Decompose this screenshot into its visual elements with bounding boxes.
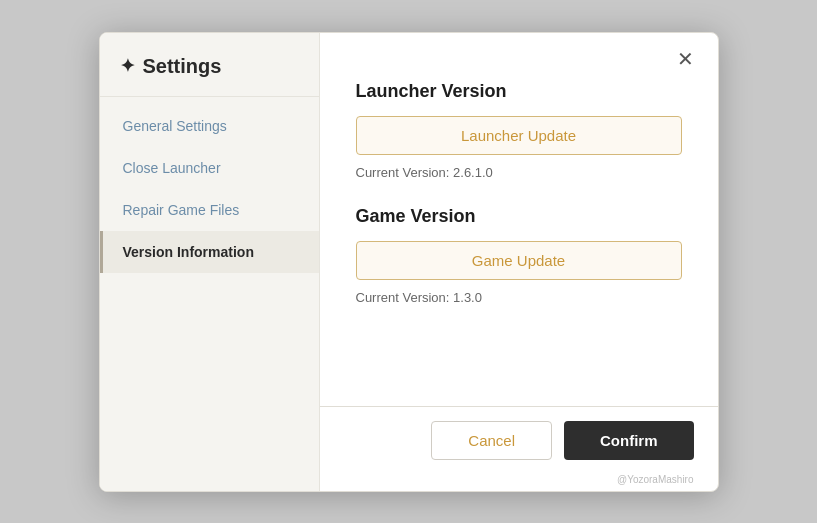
current-version-1: Current Version: 1.3.0: [356, 290, 682, 305]
sidebar-item-general-settings[interactable]: General Settings: [100, 105, 319, 147]
star-icon: ✦: [120, 55, 135, 77]
main-header: ✕: [320, 33, 718, 71]
confirm-button[interactable]: Confirm: [564, 421, 694, 460]
sidebar-item-repair-game-files[interactable]: Repair Game Files: [100, 189, 319, 231]
section-title-0: Launcher Version: [356, 81, 682, 102]
update-button-1[interactable]: Game Update: [356, 241, 682, 280]
sidebar-item-close-launcher[interactable]: Close Launcher: [100, 147, 319, 189]
section-title-1: Game Version: [356, 206, 682, 227]
close-button[interactable]: ✕: [671, 47, 700, 71]
watermark: @YozoraMashiro: [320, 474, 718, 491]
current-version-0: Current Version: 2.6.1.0: [356, 165, 682, 180]
sidebar-item-version-information[interactable]: Version Information: [100, 231, 319, 273]
main-body: Launcher VersionLauncher UpdateCurrent V…: [320, 71, 718, 406]
main-panel: ✕ Launcher VersionLauncher UpdateCurrent…: [320, 33, 718, 491]
main-footer: Cancel Confirm: [320, 406, 718, 474]
update-button-0[interactable]: Launcher Update: [356, 116, 682, 155]
sidebar-title: ✦ Settings: [100, 33, 319, 97]
cancel-button[interactable]: Cancel: [431, 421, 552, 460]
settings-dialog: ✦ Settings General SettingsClose Launche…: [99, 32, 719, 492]
sidebar-title-text: Settings: [143, 55, 222, 78]
sidebar-nav: General SettingsClose LauncherRepair Gam…: [100, 97, 319, 281]
sidebar: ✦ Settings General SettingsClose Launche…: [100, 33, 320, 491]
